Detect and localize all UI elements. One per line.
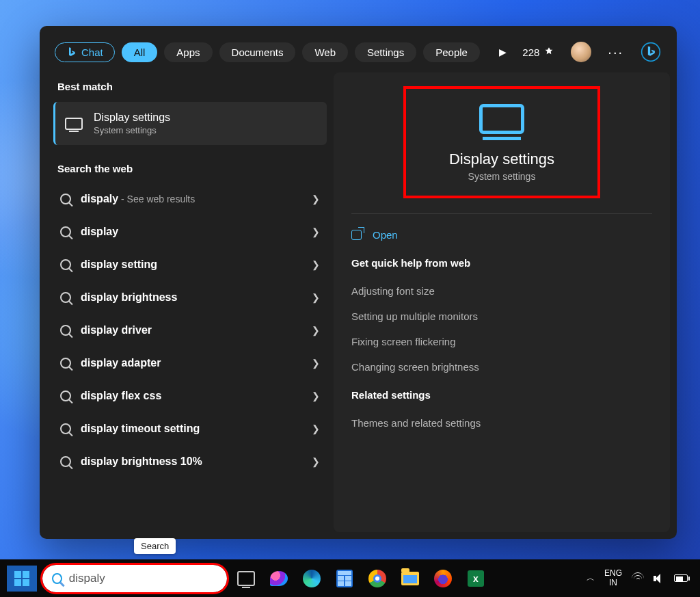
display-large-icon	[479, 104, 524, 134]
taskbar-search-input[interactable]	[69, 572, 217, 585]
file-explorer-app[interactable]	[396, 565, 424, 592]
task-view-button[interactable]	[232, 565, 260, 592]
web-suggestion[interactable]: display adapter ❯	[53, 348, 327, 378]
web-suggestion[interactable]: display flex css ❯	[53, 381, 327, 411]
bing-icon	[66, 47, 77, 57]
taskbar-search-box[interactable]	[42, 565, 227, 592]
search-icon	[60, 456, 71, 467]
chevron-right-icon: ❯	[312, 358, 320, 369]
search-icon	[60, 259, 71, 270]
chrome-icon	[368, 570, 386, 587]
web-suggestion[interactable]: display driver ❯	[53, 315, 327, 345]
quick-help-header: Get quick help from web	[351, 257, 652, 269]
search-icon	[60, 325, 71, 336]
filter-people[interactable]: People	[423, 42, 480, 62]
open-action[interactable]: Open	[351, 226, 652, 253]
search-icon	[60, 423, 71, 434]
excel-icon: x	[468, 570, 484, 587]
best-match-subtitle: System settings	[94, 125, 170, 135]
web-suggestion[interactable]: display ❯	[53, 217, 327, 247]
start-button[interactable]	[7, 566, 37, 592]
rewards-points[interactable]: 228	[522, 47, 554, 58]
filter-all[interactable]: All	[122, 42, 158, 62]
hero-highlight[interactable]: Display settings System settings	[406, 89, 597, 196]
search-icon	[60, 292, 71, 303]
best-match-header: Best match	[53, 75, 327, 99]
system-tray: ︿ ENG IN	[587, 569, 693, 588]
medal-icon	[543, 47, 554, 57]
windows-logo-icon	[14, 571, 29, 586]
calculator-icon	[336, 570, 353, 587]
taskview-icon	[237, 571, 255, 586]
related-settings-header: Related settings	[351, 389, 652, 401]
search-icon	[60, 226, 71, 237]
display-icon	[65, 118, 83, 130]
search-icon	[60, 194, 71, 204]
help-link[interactable]: Fixing screen flickering	[351, 329, 652, 354]
chat-label: Chat	[81, 47, 103, 58]
firefox-icon	[434, 570, 452, 587]
search-icon	[60, 358, 71, 369]
filter-web[interactable]: Web	[302, 42, 348, 62]
filter-apps[interactable]: Apps	[164, 42, 212, 62]
chevron-right-icon: ❯	[312, 325, 320, 336]
search-web-header: Search the web	[53, 157, 327, 181]
best-match-card[interactable]: Display settings System settings	[53, 102, 327, 145]
filter-settings[interactable]: Settings	[355, 42, 416, 62]
battery-icon[interactable]	[674, 574, 688, 582]
play-icon[interactable]: ▶	[499, 47, 507, 57]
bing-logo-icon[interactable]	[640, 41, 662, 63]
edge-icon	[303, 570, 321, 587]
detail-title: Display settings	[413, 150, 591, 168]
filter-documents[interactable]: Documents	[219, 42, 296, 62]
paint-app[interactable]	[265, 565, 293, 592]
related-link[interactable]: Themes and related settings	[351, 410, 652, 436]
chat-pill[interactable]: Chat	[55, 42, 115, 62]
search-filter-row: Chat All Apps Documents Web Settings Peo…	[40, 26, 677, 68]
web-suggestion[interactable]: display brightness ❯	[53, 282, 327, 313]
help-link[interactable]: Changing screen brightness	[351, 354, 652, 380]
chevron-right-icon: ❯	[312, 194, 320, 204]
wifi-icon[interactable]	[632, 574, 644, 583]
chevron-right-icon: ❯	[312, 423, 320, 434]
paint-icon	[270, 571, 288, 586]
detail-subtitle: System settings	[413, 171, 591, 182]
taskbar: x ︿ ENG IN	[0, 559, 700, 597]
divider	[351, 213, 652, 214]
best-match-title: Display settings	[94, 111, 170, 124]
help-link[interactable]: Adjusting font size	[351, 278, 652, 304]
chevron-right-icon: ❯	[312, 390, 320, 401]
detail-panel: Display settings System settings Open Ge…	[334, 72, 670, 532]
user-avatar[interactable]	[571, 42, 591, 62]
start-search-window: Chat All Apps Documents Web Settings Peo…	[40, 26, 677, 539]
chevron-right-icon: ❯	[312, 259, 320, 270]
volume-icon[interactable]	[654, 574, 664, 583]
firefox-app[interactable]	[429, 565, 457, 592]
web-suggestion[interactable]: display brightness 10% ❯	[53, 447, 327, 477]
results-column: Best match Display settings System setti…	[40, 68, 334, 539]
calculator-app[interactable]	[331, 565, 358, 592]
chevron-right-icon: ❯	[312, 456, 320, 467]
excel-app[interactable]: x	[462, 565, 489, 592]
search-tooltip: Search	[134, 538, 176, 554]
search-icon	[60, 390, 71, 401]
chrome-app[interactable]	[364, 565, 391, 592]
web-suggestion[interactable]: display setting ❯	[53, 250, 327, 280]
edge-app[interactable]	[298, 565, 325, 592]
svg-point-0	[642, 43, 660, 62]
open-external-icon	[351, 230, 362, 240]
chevron-right-icon: ❯	[312, 292, 320, 303]
search-icon	[52, 573, 62, 584]
chevron-right-icon: ❯	[312, 226, 320, 237]
more-menu-icon[interactable]: ···	[608, 44, 623, 60]
web-suggestion[interactable]: dispaly - See web results ❯	[53, 184, 327, 214]
help-link[interactable]: Setting up multiple monitors	[351, 304, 652, 329]
web-suggestion[interactable]: display timeout setting ❯	[53, 414, 327, 444]
language-indicator[interactable]: ENG IN	[604, 569, 622, 588]
folder-icon	[401, 572, 419, 585]
tray-overflow-icon[interactable]: ︿	[587, 572, 595, 584]
